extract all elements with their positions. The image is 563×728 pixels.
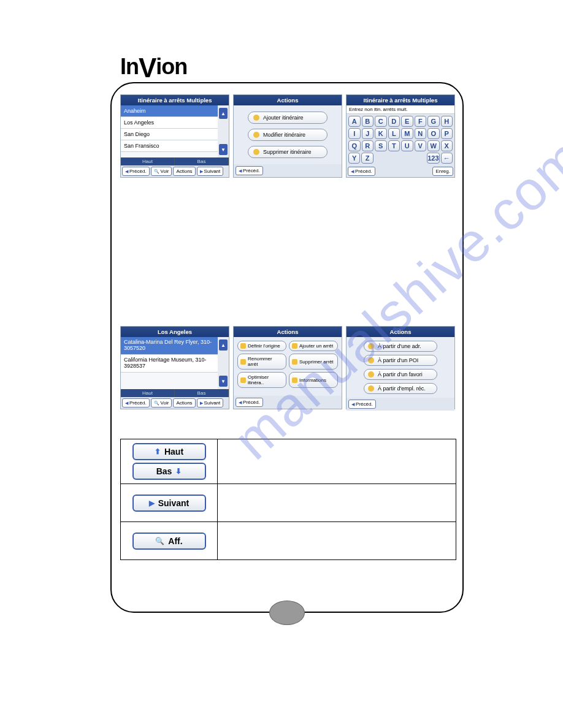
down-button[interactable]: Bas <box>175 157 229 165</box>
key-f[interactable]: F <box>415 116 427 127</box>
scroll-up-icon[interactable]: ▲ <box>219 339 228 351</box>
from-address-button[interactable]: À partir d'une adr. <box>364 341 437 352</box>
suivant-button[interactable]: ▶Suivant <box>132 495 206 512</box>
next-button[interactable]: Suivant <box>197 167 224 176</box>
actions-button[interactable]: Actions <box>173 167 195 176</box>
key-i[interactable]: I <box>348 128 361 139</box>
screens-row-2: Los Angeles Catalina-Marina Del Rey Flye… <box>120 326 455 409</box>
dot-icon <box>368 371 374 377</box>
key-l[interactable]: L <box>388 128 400 139</box>
brand-logo: InVion <box>120 53 187 83</box>
bas-button[interactable]: Bas⬇ <box>132 463 206 480</box>
prev-button[interactable]: Précéd. <box>122 167 150 176</box>
key-s[interactable]: S <box>375 140 387 151</box>
modify-itinerary-button[interactable]: Modifier itinéraire <box>248 129 327 141</box>
key-k[interactable]: K <box>375 128 387 139</box>
info-button[interactable]: Informations <box>289 372 338 388</box>
key-z[interactable]: Z <box>361 153 373 164</box>
key-o[interactable]: O <box>427 128 440 139</box>
table-cell <box>218 484 456 522</box>
device-frame: manualshive.com Itinéraire à arrêts Mult… <box>110 82 464 613</box>
prev-button[interactable]: Précéd. <box>348 400 376 409</box>
arrow-up-icon: ⬆ <box>155 447 161 456</box>
key-d[interactable]: D <box>388 116 400 127</box>
prev-button[interactable]: Précéd. <box>236 398 263 407</box>
key-a[interactable]: A <box>348 116 361 127</box>
list-item[interactable]: San Diego <box>121 129 218 140</box>
action-icon <box>240 343 246 349</box>
key-v[interactable]: V <box>415 140 427 151</box>
key-h[interactable]: H <box>441 116 453 127</box>
list-item[interactable]: San Fransisco <box>121 140 218 152</box>
actions-button[interactable]: Actions <box>173 398 195 408</box>
prev-button[interactable]: Précéd. <box>236 166 263 175</box>
view-button[interactable]: Voir <box>151 398 172 408</box>
key-x[interactable]: X <box>441 140 453 151</box>
key-t[interactable]: T <box>388 140 400 151</box>
list-item[interactable]: California Heritage Museum, 310-3928537 <box>121 355 218 373</box>
table-cell <box>218 439 456 484</box>
screen-actions: Actions Ajouter itinéraire Modifier itin… <box>233 94 342 178</box>
screen-title: Actions <box>234 327 342 337</box>
set-origin-button[interactable]: Définir l'origine <box>237 341 286 351</box>
screen-title: Actions <box>347 327 454 337</box>
dot-icon <box>368 343 374 349</box>
key-p[interactable]: P <box>441 128 453 139</box>
scroll-up-icon[interactable]: ▲ <box>219 108 228 119</box>
screen-keyboard: Itinéraire à arrêts Multiples Entrez non… <box>346 94 455 178</box>
prev-button[interactable]: Précéd. <box>122 398 150 408</box>
next-button[interactable]: Suivant <box>197 398 224 408</box>
down-button[interactable]: Bas <box>175 389 229 397</box>
action-icon <box>240 359 246 365</box>
screen-title: Los Angeles <box>121 327 229 337</box>
from-recent-button[interactable]: À partir d'empl. réc. <box>364 383 437 394</box>
key-w[interactable]: W <box>427 140 440 151</box>
screen-title: Actions <box>234 95 342 105</box>
haut-button[interactable]: ⬆Haut <box>132 443 206 460</box>
key-r[interactable]: R <box>362 140 374 151</box>
list-item[interactable]: Catalina-Marina Del Rey Flyer, 310-30575… <box>121 337 218 355</box>
key-y[interactable]: Y <box>348 153 360 164</box>
optimize-button[interactable]: Optimiser itinéra.. <box>237 372 286 388</box>
save-button[interactable]: Enreg. <box>432 167 453 176</box>
add-stop-button[interactable]: Ajouter un arrêt <box>289 341 338 351</box>
keyboard-hint: Entrez non itin. arrêts mult. <box>347 105 454 113</box>
from-favorite-button[interactable]: À partir d'un favori <box>364 369 437 380</box>
button-reference-table: ⬆Haut Bas⬇ ▶Suivant 🔍Aff. <box>120 439 456 560</box>
dot-icon <box>253 115 259 121</box>
action-icon <box>292 359 297 365</box>
action-icon <box>292 377 297 383</box>
key-g[interactable]: G <box>427 116 440 127</box>
view-button[interactable]: Voir <box>151 167 172 176</box>
key-c[interactable]: C <box>375 116 387 127</box>
key-e[interactable]: E <box>401 116 413 127</box>
up-button[interactable]: Haut <box>121 389 175 397</box>
delete-stop-button[interactable]: Supprimer arrêt <box>289 354 338 370</box>
prev-button[interactable]: Précéd. <box>348 167 375 176</box>
screen-itinerary-list: Itinéraire à arrêts Multiples Anaheim Lo… <box>120 94 229 178</box>
key-numeric[interactable]: 123 <box>427 153 439 164</box>
key-m[interactable]: M <box>401 128 413 139</box>
screen-actions-grid: Actions Définir l'origine Ajouter un arr… <box>233 326 342 409</box>
home-button[interactable] <box>269 601 305 625</box>
action-icon <box>240 377 246 383</box>
aff-button[interactable]: 🔍Aff. <box>132 533 206 550</box>
screen-title: Itinéraire à arrêts Multiples <box>121 95 229 105</box>
delete-itinerary-button[interactable]: Supprimer itinéraire <box>248 146 327 158</box>
from-poi-button[interactable]: À partir d'un POI <box>364 355 437 366</box>
list-item[interactable]: Los Angeles <box>121 117 218 129</box>
add-itinerary-button[interactable]: Ajouter itinéraire <box>248 112 327 124</box>
scroll-down-icon[interactable]: ▼ <box>219 144 228 155</box>
list-item[interactable]: Anaheim <box>121 105 218 117</box>
action-icon <box>292 343 297 349</box>
rename-stop-button[interactable]: Renommer arrêt <box>237 354 286 370</box>
key-u[interactable]: U <box>401 140 413 151</box>
up-button[interactable]: Haut <box>121 157 175 165</box>
key-j[interactable]: J <box>362 128 374 139</box>
dot-icon <box>253 132 259 138</box>
key-b[interactable]: B <box>362 116 374 127</box>
scroll-down-icon[interactable]: ▼ <box>219 376 228 387</box>
key-n[interactable]: N <box>415 128 427 139</box>
key-backspace-icon[interactable]: ← <box>441 153 453 164</box>
key-q[interactable]: Q <box>348 140 361 151</box>
